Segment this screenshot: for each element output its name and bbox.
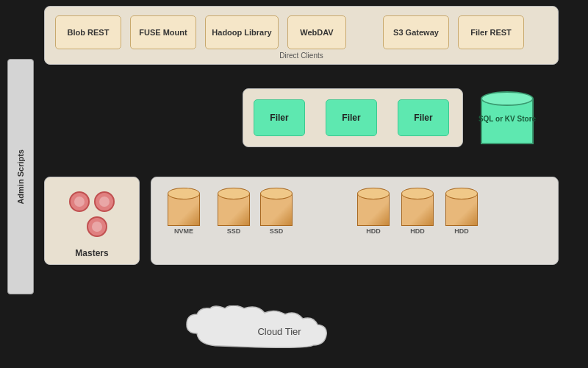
client-box-hadoop-library: Hadoop Library (205, 15, 279, 49)
client-box-blob-rest: Blob REST (55, 15, 121, 49)
filer-box-3: Filer (398, 99, 449, 136)
disk-hdd-1: HDD (357, 188, 390, 235)
direct-clients-label: Direct Clients (279, 52, 323, 60)
disk-ssd2-label: SSD (270, 227, 284, 235)
filer-group: Filer Filer Filer (243, 88, 463, 147)
disk-ssd1-label: SSD (227, 227, 241, 235)
admin-scripts-label: Admin Scripts (16, 149, 25, 205)
disk-hdd-3: HDD (445, 188, 478, 235)
masters-label: Masters (75, 248, 108, 258)
disk-hdd-2: HDD (401, 188, 434, 235)
disk-hdd2-label: HDD (410, 227, 425, 235)
client-box-filer-rest: Filer REST (458, 15, 524, 49)
filer-box-1: Filer (254, 99, 305, 136)
disk-hdd3-label: HDD (454, 227, 469, 235)
master-circle-3 (87, 216, 107, 237)
disk-ssd-1: SSD (218, 188, 250, 235)
disk-nvme-label: NVME (174, 227, 193, 235)
sql-kv-store: SQL or KV Store (478, 88, 537, 147)
masters-icons (62, 191, 121, 237)
client-box-fuse-mount: FUSE Mount (130, 15, 196, 49)
master-circle-1 (69, 191, 90, 212)
direct-clients-group: Blob REST FUSE Mount Hadoop Library WebD… (44, 6, 559, 65)
master-circle-2 (94, 191, 115, 212)
sql-kv-label: SQL or KV Store (478, 115, 536, 123)
client-box-webdav: WebDAV (287, 15, 346, 49)
architecture-diagram: Admin Scripts Blob REST FUSE Mount Hadoo… (0, 0, 588, 368)
cloud-tier: Cloud Tier (176, 305, 382, 357)
admin-scripts-panel: Admin Scripts (7, 59, 34, 294)
storage-group: NVME SSD SSD HDD (151, 177, 559, 265)
masters-group: Masters (44, 177, 140, 265)
client-box-s3-gateway: S3 Gateway (383, 15, 449, 49)
filer-box-2: Filer (326, 99, 377, 136)
disk-nvme: NVME (168, 188, 200, 235)
cloud-tier-label: Cloud Tier (257, 326, 301, 337)
disk-hdd1-label: HDD (366, 227, 381, 235)
disk-ssd-2: SSD (260, 188, 293, 235)
